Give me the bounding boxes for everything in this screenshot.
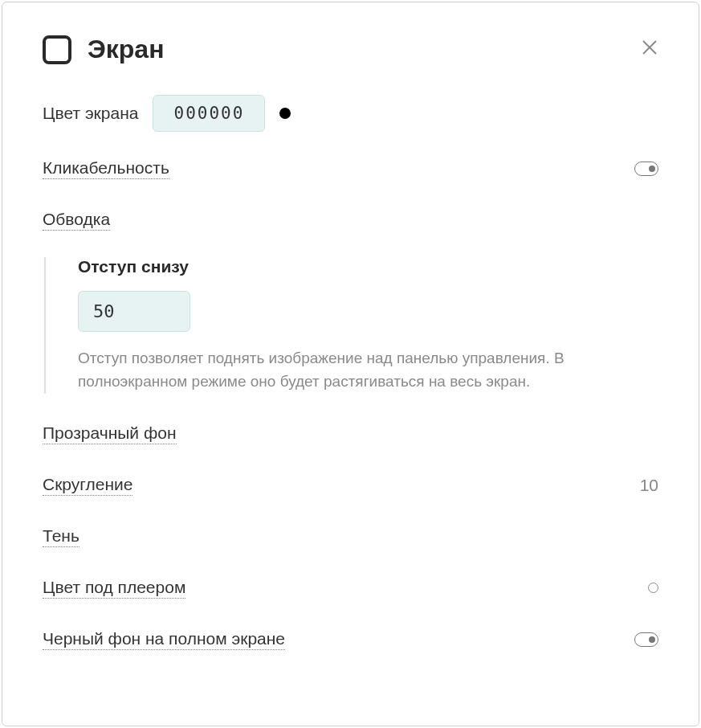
screen-color-swatch[interactable] [279,108,291,119]
screen-settings-panel: Экран Цвет экрана Кликабельность Обводка… [2,2,699,726]
shadow-label[interactable]: Тень [43,526,79,547]
rounding-value: 10 [640,476,658,495]
bottom-padding-title: Отступ снизу [78,257,658,276]
rounding-row: Скругление 10 [43,471,658,500]
fullscreen-black-bg-row: Черный фон на полном экране [43,625,658,654]
outline-row: Обводка [43,206,658,235]
outline-label[interactable]: Обводка [43,210,110,231]
clickability-row: Кликабельность [43,154,658,183]
panel-title: Экран [88,35,164,64]
screen-color-row: Цвет экрана [43,95,658,132]
under-player-color-row: Цвет под плеером [43,574,658,603]
transparent-bg-label[interactable]: Прозрачный фон [43,423,177,444]
close-button[interactable] [641,39,658,56]
transparent-bg-row: Прозрачный фон [43,419,658,448]
rounding-label[interactable]: Скругление [43,475,132,496]
screen-color-input[interactable] [153,95,265,132]
under-player-color-swatch[interactable] [648,583,658,593]
shadow-row: Тень [43,522,658,551]
bottom-padding-input[interactable] [78,291,190,332]
close-icon [641,39,658,56]
clickability-toggle[interactable] [634,162,658,176]
screen-color-label: Цвет экрана [43,104,138,123]
under-player-color-label[interactable]: Цвет под плеером [43,578,185,599]
fullscreen-black-bg-label[interactable]: Черный фон на полном экране [43,629,285,650]
panel-header: Экран [43,35,658,64]
bottom-padding-block: Отступ снизу Отступ позволяет поднять из… [44,257,658,394]
clickability-label[interactable]: Кликабельность [43,158,169,179]
screen-icon [43,35,71,64]
fullscreen-black-bg-toggle[interactable] [634,632,658,647]
bottom-padding-hint: Отступ позволяет поднять изображение над… [78,346,624,394]
